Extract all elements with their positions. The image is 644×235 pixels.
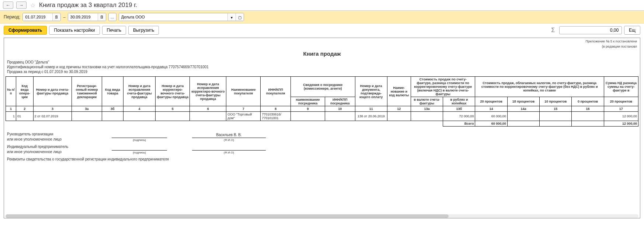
horizontal-scrollbar[interactable] [6, 214, 638, 218]
th-corrsf2: Номер и дата исправления корректиро-вочн… [190, 77, 226, 106]
cn3: 3 [33, 106, 72, 112]
th-sf: Номер и дата счета-фактуры продавца [33, 77, 72, 106]
th-20: 20 процентов [475, 97, 507, 106]
arrow-left-icon: ← [6, 3, 10, 8]
export-button[interactable]: Выгрузить [128, 26, 159, 35]
period-label: Период: [4, 14, 20, 20]
cn16: 16 [572, 106, 604, 112]
th-buyer: Наименование покупателя [226, 77, 261, 106]
period-separator: – [63, 15, 65, 19]
fio-caption-2: (Ф.И.О) [191, 151, 267, 155]
chevron-down-icon: ▾ [231, 15, 233, 20]
th-taxcost: Стоимость продаж, облагаемых налогом, по… [475, 77, 604, 97]
cn7: 7 [226, 106, 261, 112]
th-opcode: Код вида опера-ции [16, 77, 33, 106]
table-cell: 01 [16, 112, 33, 121]
table-cell: 1 [6, 112, 16, 121]
table-cell [123, 112, 155, 121]
table-row: 1012 от 02.07.2019ООО "Торговый дом"7701… [6, 112, 638, 121]
th-0: 0 процентов [572, 97, 604, 106]
favorite-star-icon[interactable]: ☆ [29, 2, 36, 8]
cn10: 10 [325, 106, 355, 112]
period-select-button[interactable]: ... [108, 13, 116, 21]
sign-caption-1: (подпись) [110, 138, 168, 142]
sum-field[interactable] [559, 26, 622, 34]
page-title: Книга продаж за 3 квартал 2019 г. [39, 1, 137, 9]
cn13a: 13а [411, 106, 443, 112]
period-to-input[interactable] [68, 13, 98, 21]
cn14a: 14а [507, 106, 539, 112]
table-cell: 72 000,00 [443, 112, 475, 121]
table-cell [411, 112, 443, 121]
more-button[interactable]: Ещ [624, 26, 640, 35]
th-vat20: 20 процентов [604, 97, 638, 106]
table-cell [387, 112, 411, 121]
sigma-icon: Σ [549, 27, 557, 34]
cn3b: 3б [102, 106, 123, 112]
th-cost: Стоимость продаж по счету-фактуре, разни… [411, 77, 475, 97]
cn6: 6 [190, 106, 226, 112]
th-currency: Наиме-нование и код валюты [387, 77, 411, 106]
period-from-input[interactable] [23, 13, 52, 21]
cn8: 8 [261, 106, 290, 112]
th-agent-inn: ИНН/КПП посредника [325, 97, 355, 106]
ip-label: Индивидуальный предприниматель [7, 144, 110, 149]
annex-note-1: Приложение № 5 к постановлени [6, 39, 638, 44]
head-label: Руководитель организации [7, 132, 110, 137]
form-button[interactable]: Сформировать [4, 26, 47, 35]
table-cell: ООО "Торговый дом" [226, 112, 261, 121]
show-settings-button[interactable]: Показать настройки [49, 26, 100, 35]
inn-line: Идентификационный номер и код причины по… [7, 65, 637, 69]
sign-caption-2: (подпись) [110, 151, 168, 155]
or-auth-1: или иное уполномоченное лицо [7, 137, 110, 142]
or-auth-2: или иное уполномоченное лицо [7, 149, 110, 155]
cn14: 14 [475, 106, 507, 112]
fio-caption-1: (Ф.И.О) [191, 138, 267, 142]
cn17: 17 [604, 106, 638, 112]
total-c15 [540, 121, 572, 127]
table-cell [72, 112, 102, 121]
th-num: № п/п [6, 77, 16, 106]
report-title: Книга продаж [6, 49, 638, 60]
print-button[interactable]: Печать [102, 26, 126, 35]
organization-input[interactable] [119, 13, 227, 21]
nav-back-button[interactable]: ← [3, 1, 13, 9]
total-c14: 60 000,00 [475, 121, 507, 127]
table-cell [190, 112, 226, 121]
calendar-to-button[interactable]: 🗓 [98, 13, 106, 21]
th-10: 10 процентов [540, 97, 572, 106]
th-goodcode: Код вида товара [102, 77, 123, 106]
seller-line: Продавец ООО "Дельта" [7, 60, 637, 65]
th-reg: Регистраци-онный номер таможенной деклар… [72, 77, 102, 106]
calendar-icon: 🗓 [100, 15, 104, 19]
th-18: 18 процентов [507, 97, 539, 106]
cn11: 11 [355, 106, 387, 112]
table-cell: 12 000,00 [604, 112, 638, 121]
org-dropdown-button[interactable]: ▾ [227, 13, 236, 21]
cn12: 12 [387, 106, 411, 112]
scroll-thumb[interactable] [6, 214, 449, 218]
cn3a: 3а [72, 106, 102, 112]
org-open-button[interactable]: ▢ [236, 13, 244, 21]
head-name: Васильев В. В. [192, 132, 266, 138]
th-innkpp: ИНН/КПП покупателя [261, 77, 290, 106]
cn9: 9 [290, 106, 325, 112]
table-cell: 7701030616/ 770101001 [261, 112, 290, 121]
th-agent-name: наименование посредника [290, 97, 325, 106]
cn1: 1 [6, 106, 16, 112]
sales-table: № п/п Код вида опера-ции Номер и дата сч… [6, 76, 638, 127]
nav-forward-button[interactable]: → [16, 1, 27, 9]
th-in-rub: в рублях и копейках [443, 97, 475, 106]
table-cell: 2 от 02.07.2019 [33, 112, 72, 121]
th-corrsf: Номер и дата корректиро-вочного счета-фа… [156, 77, 190, 106]
cn2: 2 [16, 106, 33, 112]
reg-info: Реквизиты свидетельства о государственно… [7, 157, 637, 162]
period-line: Продажа за период с 01.07.2019 по 30.09.… [7, 69, 637, 74]
table-cell [540, 112, 572, 121]
th-corr: Номер и дата исправления счета-фактуры п… [123, 77, 155, 106]
cn13b: 13б [443, 106, 475, 112]
calendar-from-button[interactable]: 🗓 [52, 13, 60, 21]
th-in-currency: в валюте счета-фактуры [411, 97, 443, 106]
open-icon: ▢ [238, 15, 241, 20]
calendar-icon: 🗓 [55, 15, 59, 19]
